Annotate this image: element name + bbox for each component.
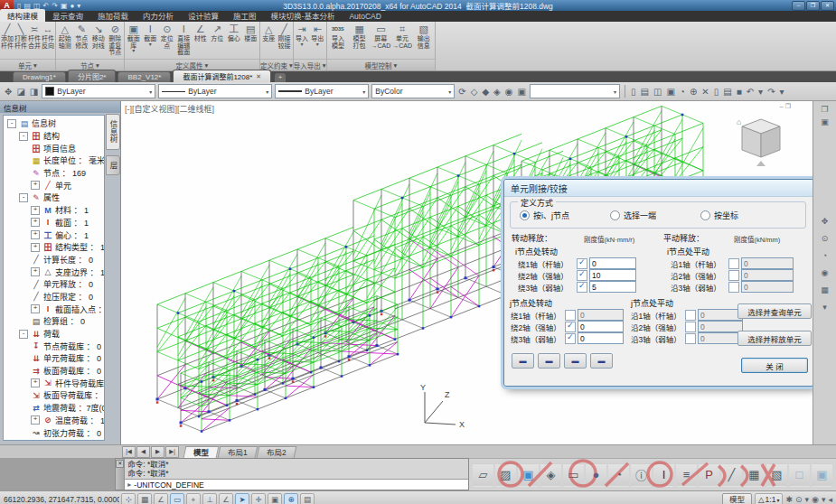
viewport-restore-icon[interactable]: ❐ — [785, 103, 791, 110]
view-style-icon[interactable]: ◔ — [608, 463, 629, 487]
tree-item[interactable]: - ▤ 信息树 — [4, 117, 104, 130]
ribbon-tab[interactable]: 模块切换-基本分析 — [264, 9, 343, 22]
checkbox[interactable]: ✓ — [577, 282, 587, 293]
navigation-icon[interactable]: ◔ — [822, 251, 827, 260]
radio-option[interactable]: 按坐标 — [700, 210, 791, 221]
layout-tab[interactable]: 布局1 — [218, 446, 258, 458]
expand-icon[interactable]: - — [19, 193, 28, 202]
layout-nav-button[interactable]: |◀ — [122, 446, 136, 458]
search-combo[interactable]: ▾ — [530, 84, 620, 98]
stiffness-input[interactable]: 0 — [698, 332, 743, 344]
view-style-icon[interactable]: ▣ — [812, 463, 832, 487]
ribbon-tab[interactable]: 内力分析 — [136, 9, 181, 22]
select-query-elements-button[interactable]: 选择并查询单元 — [737, 303, 812, 319]
tree-item[interactable]: ╱ 单元释放 ： 0 — [4, 278, 104, 291]
dock-icon[interactable]: ▣ — [821, 117, 829, 126]
navigation-icon[interactable]: ◉ — [822, 268, 829, 277]
tree-item[interactable]: - 田 结构 — [4, 130, 104, 143]
layer-tool-icon[interactable]: ◨ — [29, 87, 39, 97]
tree-item[interactable]: ✎ 节点 ： 169 — [4, 167, 104, 180]
model-space-button[interactable]: 模型 — [722, 493, 752, 504]
status-toggle[interactable]: ∠ — [154, 493, 168, 504]
tree-item[interactable]: + ⇲ 杆件导荷载库 ： 3 — [4, 377, 104, 389]
release-preset-button[interactable]: ▬ — [590, 353, 613, 369]
tree-item[interactable]: + △ 支座边界 ： 1 — [4, 266, 104, 278]
new-tab-button[interactable]: + — [275, 73, 286, 82]
radio-option[interactable]: 按i、j节点 — [520, 210, 610, 221]
layer-state-icon[interactable]: ◉ — [504, 87, 514, 97]
ribbon-button[interactable]: ▭ 屏幕→CAD ▾ — [371, 23, 391, 59]
view-style-icon[interactable]: ◈ — [540, 463, 561, 487]
status-toggle[interactable]: ▦ — [137, 493, 152, 504]
status-toggle[interactable]: ▭ — [170, 493, 184, 504]
ribbon-button[interactable]: ⊙ 定位点 ▾ — [159, 23, 175, 59]
ribbon-button[interactable]: ╱ 刚接 铰接 ▾ — [277, 23, 291, 59]
minimize-button[interactable]: – — [792, 1, 805, 11]
tree-item[interactable]: ⇲ 板面导荷载库 ： 0 — [4, 389, 104, 402]
expand-icon[interactable]: - — [19, 330, 28, 339]
checkbox[interactable]: ✓ — [685, 310, 696, 321]
toolbar-icon[interactable]: ▤ — [640, 87, 650, 97]
palette-side-tab[interactable]: 信息树 — [106, 114, 120, 150]
view-style-icon[interactable]: ▭ — [563, 463, 584, 487]
checkbox[interactable]: ✓ — [577, 270, 587, 281]
toolbar-icon[interactable]: ↷ — [766, 87, 775, 97]
stiffness-input[interactable]: 5 — [589, 281, 636, 293]
tree-item[interactable]: ⇉ 板面荷载库 ： 0 — [4, 365, 104, 378]
command-window-grip[interactable]: ✕ — [116, 459, 125, 490]
ribbon-button[interactable]: ⇥ 导入 ▾ — [295, 23, 309, 59]
stiffness-input[interactable]: 0 — [578, 332, 624, 344]
status-toggle[interactable]: ▣ — [268, 493, 282, 504]
layer-state-icon[interactable]: ◇ — [470, 87, 479, 97]
toolbar-icon[interactable]: ◔ — [679, 87, 686, 97]
checkbox[interactable]: ✓ — [565, 322, 576, 332]
ribbon-button[interactable]: ▧ 输出 信息 ▾ — [413, 23, 434, 59]
ribbon-tab[interactable]: AutoCAD — [342, 11, 388, 22]
stiffness-input[interactable]: 0 — [698, 309, 743, 321]
ribbon-button[interactable]: △ 起始 轴测 ▾ — [57, 23, 73, 59]
close-button[interactable]: ✕ — [821, 1, 834, 11]
view-style-icon[interactable]: □ — [789, 463, 810, 487]
status-toggle[interactable]: ➤ — [235, 493, 249, 504]
expand-icon[interactable]: + — [31, 267, 40, 276]
select-release-elements-button[interactable]: 选择并释放单元 — [737, 331, 812, 346]
tree-item[interactable]: ↝ 初张力荷载 ： 0 — [4, 426, 104, 439]
layer-tool-icon[interactable]: ✥ — [4, 87, 13, 97]
ribbon-button[interactable]: ↘ 移动 对线 ▾ — [90, 23, 107, 59]
checkbox[interactable]: ✓ — [577, 258, 587, 269]
file-tab[interactable]: 分片图2* ✕ — [68, 70, 117, 82]
layer-state-icon[interactable]: ▣ — [517, 87, 527, 97]
expand-icon[interactable]: + — [31, 218, 40, 227]
status-icon[interactable]: ◂ — [828, 495, 832, 504]
ribbon-panel-footer[interactable]: 导入导出▾ — [294, 59, 326, 70]
layout-nav-button[interactable]: ▶ — [151, 446, 164, 458]
view-style-icon[interactable]: ≡ — [676, 463, 697, 487]
layout-tab[interactable]: 布局2 — [256, 446, 296, 458]
tree-item[interactable]: + ╱ 单元 — [4, 179, 104, 191]
drawing-area[interactable]: [-][自定义视图][二维线框] – ❐ Y Z X ⌂ — [121, 101, 813, 444]
status-toggle[interactable]: ✛ — [251, 493, 266, 504]
command-window-close-button[interactable]: ✕ — [116, 460, 124, 468]
tree-item[interactable]: - ✎ 属性 — [4, 191, 104, 204]
restore-button[interactable]: ❐ — [806, 1, 820, 11]
navigation-icon[interactable]: ⊙ — [822, 234, 829, 243]
layout-nav-button[interactable]: ▶| — [165, 446, 179, 458]
toolbar-icon[interactable]: ▾ — [779, 87, 785, 97]
stiffness-input[interactable]: 10 — [589, 269, 636, 281]
stiffness-input[interactable]: 0 — [741, 281, 794, 293]
ribbon-button[interactable]: ⇤ 导出 ▾ — [310, 23, 324, 59]
palette-header[interactable]: 信息树 — [0, 101, 120, 113]
expand-icon[interactable]: - — [7, 119, 16, 128]
ribbon-tab[interactable]: 显示查询 — [45, 9, 90, 22]
tree-item[interactable]: 田 项目信息 — [4, 142, 104, 154]
ribbon-button[interactable]: I 截面 ▾ — [143, 23, 159, 59]
tree-item[interactable]: + 田 结构类型 ： 1 — [4, 241, 104, 254]
ribbon-panel-footer[interactable]: 单元▾ — [0, 59, 55, 70]
command-input[interactable]: ▸ -UNITCON_DEFINE — [125, 479, 468, 490]
toolbar-icon[interactable]: ▯ — [630, 87, 637, 97]
annotation-scale[interactable]: △ 1:1 ▾ — [755, 493, 783, 504]
layout-nav-button[interactable]: ◀ — [136, 446, 150, 458]
linetype-combo[interactable]: ByLayer▾ — [158, 84, 272, 98]
stiffness-input[interactable]: 0 — [578, 309, 624, 321]
viewcube[interactable]: ⌂ — [735, 114, 787, 172]
